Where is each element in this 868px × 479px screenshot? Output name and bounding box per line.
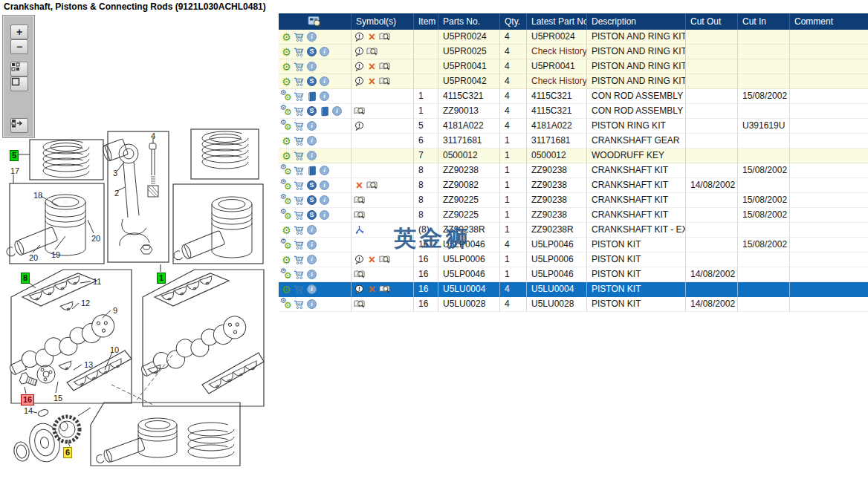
part-row[interactable]: ⚙⚙Si1ZZ9001344115C321CON ROD ASSEMBLY [279, 104, 868, 119]
info-icon[interactable]: i [331, 105, 343, 117]
info-icon[interactable]: i [306, 284, 317, 296]
catalog-lookup-icon[interactable] [354, 195, 365, 206]
s-badge-icon[interactable]: S [306, 195, 317, 206]
cart-icon[interactable] [294, 46, 305, 58]
info-icon[interactable]: i [306, 224, 317, 236]
gear-icon[interactable]: ⚙ [281, 254, 292, 266]
column-header-qty[interactable]: Qty. [500, 13, 527, 30]
info-icon[interactable]: i [306, 135, 317, 147]
fit-view-button[interactable] [10, 76, 28, 91]
note-balloon-icon[interactable] [354, 120, 365, 132]
cart-icon[interactable] [294, 269, 305, 281]
cart-icon[interactable] [294, 165, 305, 177]
part-row[interactable]: ⚙⚙i16U5LP00464U5LP0046PISTON KIT15/08/20… [279, 238, 868, 252]
column-header-description[interactable]: Description [587, 13, 686, 30]
s-badge-icon[interactable]: S [306, 46, 317, 58]
part-row[interactable]: ⚙Si×U5PR00424Check HistoryPISTON AND RIN… [279, 74, 868, 89]
double-gear-icon[interactable]: ⚙⚙ [281, 120, 292, 132]
cart-icon[interactable] [294, 31, 305, 43]
delete-x-icon[interactable]: × [366, 284, 378, 296]
info-icon[interactable]: i [306, 120, 317, 132]
info-icon[interactable]: i [306, 239, 317, 251]
info-icon[interactable]: i [319, 180, 330, 192]
part-row[interactable]: ⚙i×16U5LP00061U5LP0006PISTON KIT [279, 252, 868, 267]
note-balloon-icon[interactable] [354, 76, 365, 88]
double-gear-icon[interactable]: ⚙⚙ [281, 105, 292, 117]
double-gear-icon[interactable]: ⚙⚙ [281, 165, 292, 177]
catalog-lookup-icon[interactable] [354, 209, 365, 221]
delete-x-icon[interactable]: × [366, 31, 378, 43]
catalog-lookup-icon[interactable] [379, 284, 390, 296]
cart-icon[interactable] [294, 120, 305, 132]
info-icon[interactable]: i [306, 31, 317, 43]
delete-x-icon[interactable]: × [366, 254, 378, 266]
note-balloon-icon[interactable] [354, 46, 365, 58]
diagram-callout-8[interactable]: 8 [21, 273, 30, 284]
s-badge-icon[interactable]: S [306, 180, 317, 192]
book-icon[interactable] [306, 165, 317, 177]
cart-icon[interactable] [294, 180, 305, 192]
info-icon[interactable]: i [306, 150, 317, 162]
note-balloon-icon[interactable] [354, 254, 365, 266]
delete-x-icon[interactable]: × [354, 180, 365, 192]
s-badge-icon[interactable]: S [306, 209, 317, 221]
delete-x-icon[interactable]: × [366, 76, 378, 88]
cart-icon[interactable] [294, 91, 305, 102]
info-icon[interactable]: i [319, 46, 330, 58]
cart-icon[interactable] [294, 61, 305, 73]
book-icon[interactable] [306, 91, 317, 102]
diagram-callout-6[interactable]: 6 [63, 447, 72, 458]
column-header-cut-in[interactable]: Cut In [738, 13, 790, 30]
part-row[interactable]: ⚙⚙Si8ZZ902251ZZ90238CRANKSHAFT KIT15/08/… [279, 208, 868, 223]
column-header-image-filter[interactable] [279, 13, 352, 30]
note-balloon-icon[interactable] [354, 284, 365, 296]
zoom-in-button[interactable]: + [10, 25, 28, 39]
cart-icon[interactable] [294, 239, 305, 251]
cart-icon[interactable] [294, 224, 305, 236]
s-badge-icon[interactable]: S [306, 76, 317, 88]
note-balloon-icon[interactable] [354, 61, 365, 73]
part-row[interactable]: ⚙⚙i14115C32144115C321CON ROD ASSEMBLY15/… [279, 89, 868, 104]
cart-icon[interactable] [294, 76, 305, 88]
gear-icon[interactable]: ⚙ [281, 31, 292, 43]
cart-icon[interactable] [294, 284, 305, 296]
cart-icon[interactable] [294, 254, 305, 266]
gear-icon[interactable]: ⚙ [281, 150, 292, 162]
diagram-callout-16[interactable]: 16 [21, 394, 34, 405]
double-gear-icon[interactable]: ⚙⚙ [281, 180, 292, 192]
cart-icon[interactable] [294, 195, 305, 206]
catalog-lookup-icon[interactable] [379, 254, 390, 266]
catalog-lookup-icon[interactable] [379, 31, 390, 43]
tile-view-button[interactable] [10, 62, 28, 76]
column-header-latest-part-no[interactable]: Latest Part No. [527, 13, 587, 30]
catalog-lookup-icon[interactable] [366, 180, 378, 192]
catalog-lookup-icon[interactable] [366, 46, 378, 58]
double-gear-icon[interactable]: ⚙⚙ [281, 239, 292, 251]
gear-icon[interactable]: ⚙ [281, 76, 292, 88]
diagram-callout-1[interactable]: 1 [157, 273, 166, 284]
double-gear-icon[interactable]: ⚙⚙ [281, 299, 292, 310]
note-balloon-icon[interactable] [354, 31, 365, 43]
cart-icon[interactable] [294, 150, 305, 162]
cell-latest-part-no[interactable]: Check History [527, 74, 587, 89]
part-row[interactable]: ⚙i631171681131171681CRANKSHAFT GEAR [279, 134, 868, 149]
part-row[interactable]: ⚙i7050001210500012WOODRUFF KEY [279, 149, 868, 163]
part-row[interactable]: ⚙⚙Si×8ZZ900821ZZ90238CRANKSHAFT KIT14/08… [279, 178, 868, 193]
catalog-lookup-icon[interactable] [354, 299, 365, 310]
info-icon[interactable]: i [319, 195, 330, 206]
exchange-branch-icon[interactable] [354, 224, 365, 236]
double-gear-icon[interactable]: ⚙⚙ [281, 91, 292, 102]
gear-icon[interactable]: ⚙ [281, 224, 292, 236]
column-header-parts-no[interactable]: Parts No. [438, 13, 500, 30]
info-icon[interactable]: i [319, 91, 330, 102]
part-row[interactable]: ⚙i×U5PR00414U5PR0041PISTON AND RING KIT [279, 59, 868, 74]
gear-icon[interactable]: ⚙ [281, 61, 292, 73]
catalog-lookup-icon[interactable] [354, 105, 365, 117]
column-header-cut-out[interactable]: Cut Out [686, 13, 738, 30]
info-icon[interactable]: i [306, 61, 317, 73]
double-gear-icon[interactable]: ⚙⚙ [281, 209, 292, 221]
diagram-callout-5[interactable]: 5 [10, 150, 19, 161]
part-row[interactable]: ⚙i×U5PR00244U5PR0024PISTON AND RING KIT [279, 30, 868, 45]
zoom-out-button[interactable]: − [10, 39, 28, 54]
info-icon[interactable]: i [306, 269, 317, 281]
